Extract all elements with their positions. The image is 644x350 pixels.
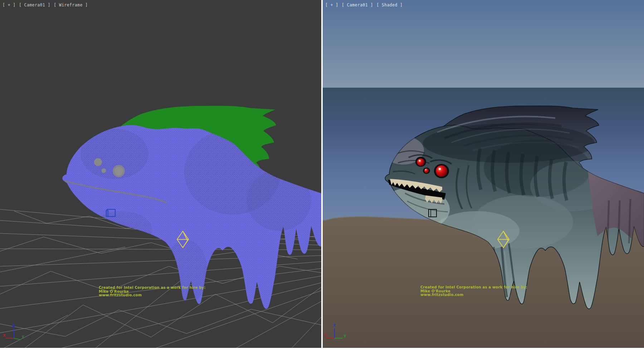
watermark-credit: Created for Intel Corporation as a work … (99, 286, 206, 297)
viewport-menu-expand[interactable]: [ + ] (325, 3, 338, 8)
axis-y-label: y (343, 333, 346, 338)
watermark-line3: www.fritzstudio.com (99, 293, 206, 297)
watermark-line3: www.fritzstudio.com (420, 293, 527, 297)
viewport-menu-camera[interactable]: [ Camera01 ] (342, 3, 373, 8)
viewport-wireframe[interactable]: X Z y [ + ] [ Camera01 ] [ Wireframe ] C… (0, 0, 321, 350)
watermark-line1: Created for Intel Corporation as a work … (99, 286, 206, 290)
wireframe-scene: X Z y (0, 0, 321, 350)
sky (323, 0, 644, 88)
axis-x-label: x (324, 333, 327, 337)
viewport-menu-shading[interactable]: [ Shaded ] (376, 3, 402, 8)
viewport-menu-camera[interactable]: [ Camera01 ] (19, 3, 50, 8)
viewport-bottom-splitter[interactable] (0, 348, 644, 350)
axis-z-label: z (333, 323, 336, 327)
viewport-label-bar: [ + ] [ Camera01 ] [ Shaded ] (325, 3, 403, 8)
viewport-label-bar: [ + ] [ Camera01 ] [ Wireframe ] (3, 3, 88, 8)
world-axis-tripod: X Z y (3, 323, 24, 340)
viewport-shaded[interactable]: x z y [ + ] [ Camera01 ] [ Shaded ] Crea… (323, 0, 644, 350)
viewport-menu-shading[interactable]: [ Wireframe ] (54, 3, 88, 8)
watermark-line1: Created for Intel Corporation as a work … (420, 286, 527, 290)
viewport-menu-expand[interactable]: [ + ] (3, 3, 16, 8)
axis-y-label: y (21, 334, 24, 339)
viewport-split-stage: X Z y [ + ] [ Camera01 ] [ Wireframe ] C… (0, 0, 644, 350)
axis-z-label: Z (12, 323, 15, 328)
watermark-credit: Created for Intel Corporation as a work … (420, 286, 527, 297)
axis-y-line (14, 338, 21, 340)
axis-x-label: X (3, 333, 6, 338)
shaded-scene: x z y (323, 0, 644, 350)
wireframe-speckle-texture (62, 125, 321, 309)
viewport-divider[interactable] (321, 0, 323, 350)
